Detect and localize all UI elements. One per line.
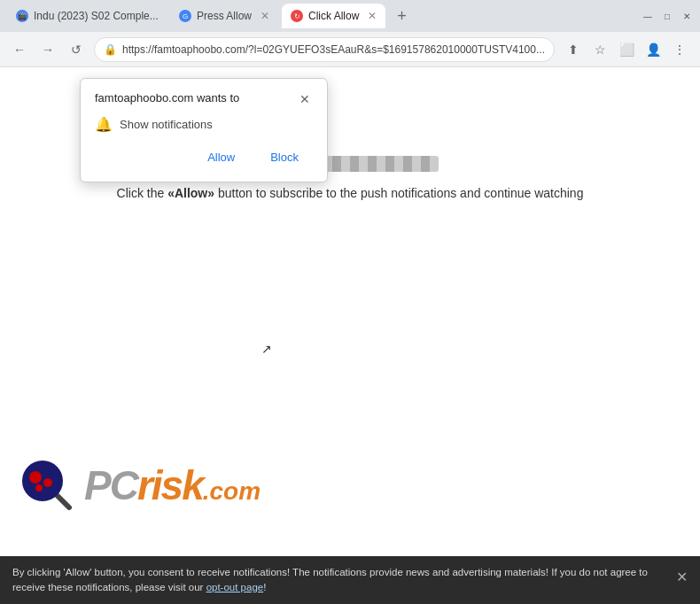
menu-icon[interactable]: ⋮ (668, 38, 691, 61)
account-icon[interactable]: 👤 (642, 38, 665, 61)
tab-label-click: Click Allow (308, 10, 359, 22)
addressbar: ← → ↺ 🔒 https://famtoaphoobo.com/?l=02GY… (0, 32, 700, 67)
tab-label-indu: Indu (2023) S02 Comple... (34, 10, 159, 22)
mouse-cursor: ↗ (261, 342, 272, 356)
titlebar: 🎬 Indu (2023) S02 Comple... ✕ G Press Al… (0, 0, 700, 32)
instruction-text: Click the «Allow» button to subscribe to… (117, 186, 584, 200)
opt-out-link[interactable]: opt-out page (206, 582, 264, 592)
popup-notification-row: 🔔 Show notifications (95, 116, 313, 133)
notification-popup: famtoaphoobo.com wants to ✕ 🔔 Show notif… (80, 78, 328, 182)
add-tab-button[interactable]: + (389, 4, 414, 28)
popup-buttons: Allow Block (95, 145, 313, 169)
forward-button[interactable]: → (37, 39, 58, 60)
popup-header: famtoaphoobo.com wants to ✕ (95, 91, 313, 107)
toolbar-icons: ⬆ ☆ ⬜ 👤 ⋮ (562, 38, 691, 61)
maximize-button[interactable]: □ (661, 10, 673, 22)
tab-icon-click: ↻ (291, 10, 303, 22)
extensions-icon[interactable]: ⬜ (615, 38, 638, 61)
tab-click-allow[interactable]: ↻ Click Allow ✕ (282, 4, 385, 28)
svg-point-2 (29, 471, 42, 484)
minimize-button[interactable]: — (642, 10, 654, 22)
window-controls: — □ ✕ (642, 10, 693, 22)
cookie-close-button[interactable]: ✕ (676, 567, 688, 588)
lock-icon: 🔒 (104, 43, 117, 56)
pcrisk-text: PCrisk.com (84, 461, 261, 509)
tab-label-press: Press Allow (197, 10, 252, 22)
svg-point-3 (43, 478, 52, 487)
share-icon[interactable]: ⬆ (562, 38, 585, 61)
svg-point-4 (35, 484, 43, 492)
bell-icon: 🔔 (95, 116, 113, 133)
svg-point-1 (23, 461, 62, 500)
bookmark-icon[interactable]: ☆ (588, 38, 611, 61)
risk-text: risk (137, 462, 203, 508)
svg-line-0 (55, 493, 69, 507)
url-text: https://famtoaphoobo.com/?l=02GYUEFO3sEA… (122, 43, 545, 56)
page-content: famtoaphoobo.com wants to ✕ 🔔 Show notif… (0, 67, 700, 567)
pc-text: PC (84, 462, 137, 508)
tab-icon-press: G (179, 10, 191, 22)
close-button[interactable]: ✕ (681, 10, 693, 22)
notification-label: Show notifications (120, 118, 213, 131)
back-button[interactable]: ← (9, 39, 30, 60)
popup-close-button[interactable]: ✕ (297, 91, 313, 107)
tab-press-allow[interactable]: G Press Allow ✕ (170, 4, 278, 28)
block-button[interactable]: Block (256, 145, 313, 169)
tab-indu[interactable]: 🎬 Indu (2023) S02 Comple... ✕ (7, 4, 167, 28)
tab-icon-indu: 🎬 (16, 10, 28, 22)
com-text: .com (203, 477, 261, 505)
allow-button[interactable]: Allow (193, 145, 249, 169)
tab-close-click[interactable]: ✕ (368, 10, 377, 22)
tab-close-press[interactable]: ✕ (261, 10, 269, 22)
cookie-bar-text: By clicking 'Allow' button, you consent … (12, 565, 667, 596)
pcrisk-logo: PCrisk.com (18, 456, 261, 514)
reload-button[interactable]: ↺ (66, 39, 87, 60)
address-bar[interactable]: 🔒 https://famtoaphoobo.com/?l=02GYUEFO3s… (94, 37, 555, 62)
pcrisk-icon (18, 456, 75, 514)
cookie-bar: By clicking 'Allow' button, you consent … (0, 556, 700, 605)
popup-title: famtoaphoobo.com wants to (95, 91, 239, 105)
